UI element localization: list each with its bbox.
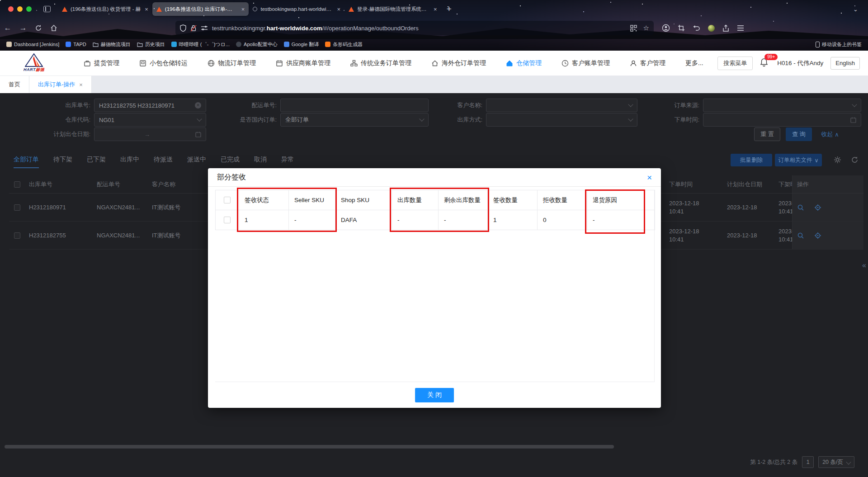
menu-hamburger-icon[interactable] bbox=[737, 25, 744, 31]
browser-tab-3[interactable]: testbookingwap.hart-worldwide.co × bbox=[249, 2, 344, 16]
horizontal-scrollbar[interactable] bbox=[5, 445, 614, 449]
window-controls[interactable] bbox=[8, 6, 32, 12]
tab-overflow-chevron-icon[interactable]: ⌄ bbox=[853, 6, 858, 13]
undo-arrow-icon[interactable] bbox=[693, 25, 700, 32]
status-tab-dispatching[interactable]: 派送中 bbox=[187, 156, 206, 166]
track-target-icon[interactable] bbox=[814, 204, 821, 211]
status-tab-all[interactable]: 全部订单 bbox=[14, 156, 39, 166]
shield-icon[interactable] bbox=[180, 24, 186, 32]
menu-item-overseas-orders[interactable]: 海外仓订单管理 bbox=[431, 59, 486, 67]
status-tab-to-unrack[interactable]: 待下架 bbox=[53, 156, 72, 166]
column-settings-gear-icon[interactable] bbox=[834, 156, 841, 164]
menu-item-warehouse-active[interactable]: 仓储管理 bbox=[506, 59, 542, 67]
maximize-window-button[interactable] bbox=[26, 6, 32, 12]
bookmark-google-translate[interactable]: Google 翻译 bbox=[284, 41, 319, 48]
bookmark-bilibili[interactable]: 哔哩哔哩 (゜-゜)つロ... bbox=[171, 41, 230, 48]
refresh-icon[interactable] bbox=[851, 156, 859, 164]
status-tab-unracked[interactable]: 已下架 bbox=[87, 156, 106, 166]
qr-code-icon[interactable] bbox=[630, 25, 637, 32]
batch-action-button[interactable]: 批量删除 bbox=[731, 154, 772, 166]
status-tab-cancelled[interactable]: 取消 bbox=[254, 156, 267, 166]
mobile-bookmarks[interactable]: 移动设备上的书签 bbox=[816, 41, 862, 48]
bookmark-tapd[interactable]: TAPD bbox=[66, 42, 86, 47]
minimize-window-button[interactable] bbox=[17, 6, 23, 12]
close-tab-icon[interactable]: × bbox=[434, 6, 437, 13]
calendar-icon bbox=[195, 132, 201, 137]
permissions-icon[interactable] bbox=[201, 25, 208, 31]
bookmark-jenkins[interactable]: Dashboard [Jenkins] bbox=[6, 42, 59, 47]
close-page-tab-icon[interactable]: × bbox=[79, 81, 83, 88]
menu-item-more[interactable]: 更多... bbox=[685, 59, 703, 67]
extension-icon[interactable] bbox=[708, 25, 715, 32]
search-menu-button[interactable]: 搜索菜单 bbox=[717, 57, 753, 70]
page-tab-outbound-active[interactable]: 出库订单-操作 × bbox=[29, 76, 92, 93]
status-tab-abnormal[interactable]: 异常 bbox=[281, 156, 294, 166]
menu-item-customers[interactable]: 客户管理 bbox=[630, 59, 665, 67]
bookmark-barcode[interactable]: 条形码生成器 bbox=[325, 41, 363, 48]
menu-item-logistics-orders[interactable]: 物流订单管理 bbox=[208, 59, 256, 67]
plan-outbound-date-range[interactable]: → bbox=[94, 128, 206, 141]
home-icon[interactable] bbox=[46, 24, 61, 32]
query-button[interactable]: 查 询 bbox=[786, 128, 812, 141]
view-detail-magnifier-icon[interactable] bbox=[797, 204, 804, 211]
language-button[interactable]: English bbox=[830, 57, 860, 70]
sidebar-toggle-icon[interactable] bbox=[43, 6, 51, 12]
bookmark-folder-history[interactable]: 历史项目 bbox=[137, 41, 165, 48]
row-checkbox[interactable] bbox=[14, 232, 20, 239]
user-name[interactable]: H016 - 代伟Andy bbox=[777, 59, 823, 67]
reset-button[interactable]: 重 置 bbox=[754, 128, 780, 141]
close-window-button[interactable] bbox=[8, 6, 14, 12]
row-checkbox[interactable] bbox=[224, 217, 231, 223]
share-icon[interactable] bbox=[722, 24, 729, 32]
bookmark-apollo[interactable]: Apollo配置中心 bbox=[236, 41, 278, 48]
close-tab-icon[interactable]: × bbox=[145, 6, 148, 13]
browser-tab-1[interactable]: (196条推送信息) 收货管理 - 赫 × bbox=[58, 2, 152, 16]
browser-tab-4[interactable]: 登录-赫德国际物流管理系统后台 × bbox=[344, 2, 441, 16]
url-bar[interactable]: testtrunkbookingmgr.hart-worldwide.com/#… bbox=[175, 21, 654, 35]
reload-icon[interactable] bbox=[31, 24, 46, 32]
order-time-picker[interactable] bbox=[703, 113, 861, 127]
menu-item-traditional-orders[interactable]: 传统业务订单管理 bbox=[350, 59, 411, 67]
domestic-order-select[interactable]: 全部订单 bbox=[280, 113, 429, 127]
menu-item-supplier-bills[interactable]: 供应商账单管理 bbox=[276, 59, 330, 67]
bookmark-folder-hede[interactable]: 赫德物流项目 bbox=[93, 41, 131, 48]
order-files-button[interactable]: 订单相关文件∨ bbox=[775, 154, 822, 166]
close-tab-icon[interactable]: × bbox=[337, 6, 340, 13]
order-source-select[interactable] bbox=[703, 99, 861, 112]
browser-tab-2-active[interactable]: (196条推送信息) 出库订单-操作 × bbox=[152, 2, 249, 16]
menu-item-parcel[interactable]: 小包仓储转运 bbox=[139, 59, 188, 67]
outbound-no-input[interactable]: H2312182755 H2312180971× bbox=[94, 99, 206, 112]
panel-collapse-icon[interactable]: « bbox=[862, 261, 866, 269]
bookmark-star-icon[interactable]: ☆ bbox=[643, 24, 649, 32]
status-tab-completed[interactable]: 已完成 bbox=[221, 156, 240, 166]
modal-table-row[interactable]: 1 - DAFA - - 1 0 - bbox=[216, 210, 655, 230]
back-icon[interactable]: ← bbox=[0, 24, 15, 33]
menu-item-customer-bills[interactable]: 客户账单管理 bbox=[561, 59, 610, 67]
col-seller-sku: Seller SKU bbox=[289, 190, 335, 210]
collapse-filters-link[interactable]: 收起∧ bbox=[816, 128, 844, 141]
ship-no-input[interactable] bbox=[280, 99, 429, 112]
modal-close-button[interactable]: 关 闭 bbox=[415, 388, 454, 402]
select-all-checkbox[interactable] bbox=[14, 181, 20, 188]
select-all-checkbox[interactable] bbox=[224, 197, 231, 203]
page-number-button[interactable]: 1 bbox=[802, 456, 814, 468]
close-tab-icon[interactable]: × bbox=[241, 6, 245, 13]
track-target-icon[interactable] bbox=[814, 232, 821, 239]
forward-icon[interactable]: → bbox=[15, 24, 31, 33]
lock-disabled-icon[interactable] bbox=[190, 24, 197, 32]
menu-item-pickup[interactable]: 提货管理 bbox=[84, 59, 119, 67]
view-detail-magnifier-icon[interactable] bbox=[797, 232, 804, 239]
page-size-select[interactable]: 20 条/页 bbox=[818, 456, 854, 468]
clear-input-icon[interactable]: × bbox=[195, 102, 201, 109]
notifications[interactable]: 99+ bbox=[760, 58, 770, 69]
account-icon[interactable] bbox=[662, 24, 670, 32]
warehouse-code-select[interactable]: NG01 bbox=[94, 113, 206, 127]
page-tab-home[interactable]: 首页 bbox=[0, 76, 29, 93]
new-tab-button[interactable]: + bbox=[447, 4, 452, 14]
modal-close-icon[interactable]: × bbox=[647, 173, 652, 182]
hart-logo-triangle bbox=[25, 53, 43, 67]
status-tab-outbounding[interactable]: 出库中 bbox=[120, 156, 139, 166]
row-checkbox[interactable] bbox=[14, 204, 20, 211]
status-tab-to-dispatch[interactable]: 待派送 bbox=[154, 156, 173, 166]
screenshot-crop-icon[interactable] bbox=[678, 24, 685, 32]
